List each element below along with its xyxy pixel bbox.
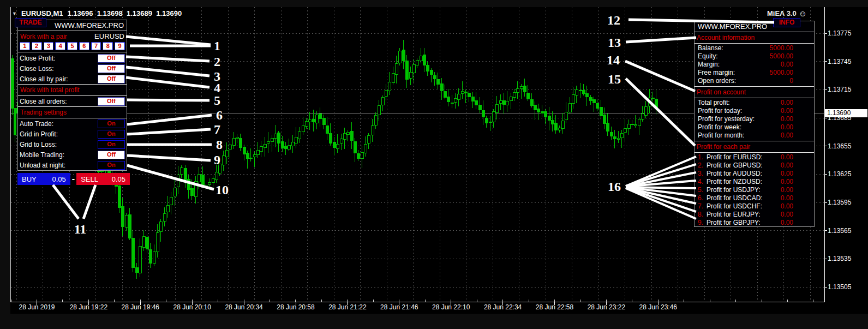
time-axis-label: 28 Jun 2019 — [10, 303, 64, 311]
callout-number-2: 2 — [214, 55, 220, 69]
setting-label: Grid to Loss: — [20, 141, 57, 148]
time-axis-label: 28 Jun 23:22 — [579, 303, 633, 311]
setting-row: Grid in Profit:On — [18, 129, 127, 139]
price-axis-label: 1.13715 — [828, 86, 851, 93]
toggle-button-on[interactable]: On — [98, 130, 125, 139]
info-value: 0.00 — [781, 202, 793, 210]
time-axis-label: 28 Jun 21:46 — [372, 303, 427, 311]
price-axis[interactable]: 1.137751.137451.137151.136851.136551.136… — [825, 7, 868, 302]
setting-label: Close Profit: — [20, 55, 55, 62]
pair-profit-row: 1.Profit for EURUSD:0.00 — [695, 153, 814, 161]
info-row: Equity:5000.00 — [695, 52, 814, 60]
setting-label: Close all by pair: — [20, 75, 68, 83]
info-value: 0.00 — [781, 61, 793, 68]
pair-button-6[interactable]: 6 — [79, 42, 89, 50]
info-value: 0.00 — [781, 178, 793, 186]
info-label: Profit for GBPJPY: — [707, 219, 781, 226]
price-axis-label: 1.13595 — [828, 199, 851, 206]
symbol-dropdown-arrow[interactable]: ▼ — [12, 11, 17, 16]
info-value: 0.00 — [781, 194, 793, 202]
pair-button-2[interactable]: 2 — [32, 42, 42, 50]
info-value: 0.00 — [781, 123, 793, 131]
pair-profit-row: 7.Profit for USDCHF:0.00 — [695, 202, 814, 210]
smiley-icon: ☺ — [799, 9, 807, 18]
setting-row: Unload at night:On — [18, 160, 127, 170]
pair-number: 7. — [698, 202, 707, 210]
pair-button-4[interactable]: 4 — [55, 42, 65, 50]
mt4-chart-window: ▼ EURUSD,M1 1.13696 1.13698 1.13689 1.13… — [0, 0, 868, 329]
pair-button-7[interactable]: 7 — [91, 42, 101, 50]
info-label: Profit for GBPUSD: — [707, 161, 781, 169]
pair-button-3[interactable]: 3 — [44, 42, 54, 50]
setting-row: Close Profit:Off — [18, 53, 127, 63]
info-label: Profit for EURUSD: — [707, 153, 781, 161]
info-value: 0.00 — [781, 219, 793, 226]
callout-number-8: 8 — [216, 137, 223, 152]
setting-label: Auto Trade: — [20, 120, 53, 128]
setting-row: Mobile Trading:Off — [18, 149, 127, 160]
info-row: Balanse:5000.00 — [695, 44, 814, 52]
time-axis-label: 28 Jun 21:22 — [320, 303, 375, 311]
setting-row: Close all by pair:Off — [18, 74, 127, 84]
sell-button[interactable]: SELL 0.05 — [76, 173, 130, 185]
toggle-button-off[interactable]: Off — [98, 97, 125, 106]
setting-label: Mobile Trading: — [20, 151, 64, 159]
setting-label: Close Loss: — [20, 65, 54, 73]
selected-pair-label: EURUSD — [94, 32, 124, 40]
info-value: 0.00 — [781, 115, 793, 123]
toggle-button-on[interactable]: On — [98, 140, 125, 149]
toggle-button-off[interactable]: Off — [98, 64, 125, 73]
current-price-box: 1.13690 — [825, 109, 867, 117]
callout-number-13: 13 — [608, 35, 621, 50]
pair-button-1[interactable]: 1 — [20, 42, 30, 50]
trade-panel: WWW.MFOREX.PRO Work with a pair EURUSD 1… — [17, 20, 127, 171]
info-value: 0.00 — [781, 107, 793, 115]
time-axis-label: 28 Jun 20:58 — [268, 303, 323, 311]
pair-button-row: 123456789 — [18, 41, 127, 51]
price-axis-label: 1.13625 — [828, 170, 851, 178]
ea-badge: MiEA 3.0 ☺ — [767, 9, 807, 18]
toggle-button-off[interactable]: Off — [98, 151, 125, 159]
separator-line — [18, 52, 127, 52]
pair-number: 4. — [698, 178, 707, 186]
quote-values: 1.13696 1.13698 1.13689 1.13690 — [68, 9, 182, 17]
callout-number-11: 11 — [74, 222, 87, 237]
toggle-button-off[interactable]: Off — [98, 75, 125, 83]
time-axis-label: 28 Jun 19:22 — [61, 303, 116, 311]
info-label: Profit for USDCAD: — [707, 194, 781, 202]
sell-label: SELL — [81, 175, 98, 183]
info-value: 0.00 — [781, 186, 793, 194]
buy-button[interactable]: BUY 0.05 — [17, 173, 70, 185]
buy-label: BUY — [22, 175, 37, 183]
info-label: Profit for NZDUSD: — [707, 178, 781, 186]
info-label: Profit for EURJPY: — [707, 211, 781, 218]
info-value: 5000.00 — [770, 44, 793, 52]
callout-number-9: 9 — [214, 153, 220, 168]
toggle-button-on[interactable]: On — [98, 119, 125, 128]
callout-number-7: 7 — [214, 122, 220, 137]
pair-button-5[interactable]: 5 — [67, 42, 77, 50]
toggle-button-off[interactable]: Off — [98, 54, 125, 63]
pair-selector-row: Work with a pair EURUSD — [18, 31, 127, 41]
pair-number: 9. — [698, 219, 707, 226]
time-axis[interactable]: 28 Jun 201928 Jun 19:2228 Jun 19:4628 Ju… — [10, 302, 824, 314]
section-header: Work with total profit — [18, 84, 127, 96]
pair-profit-row: 8.Profit for EURJPY:0.00 — [695, 210, 814, 218]
info-value: 0.00 — [781, 161, 793, 169]
info-sections: Account informationBalanse:5000.00Equity… — [695, 32, 814, 226]
pair-profit-row: 2.Profit for GBPUSD:0.00 — [695, 161, 814, 169]
trade-tab-button[interactable]: TRADE — [15, 18, 46, 27]
info-label: Profit for week: — [698, 123, 781, 131]
info-label: Profit for today: — [698, 107, 781, 115]
pair-button-8[interactable]: 8 — [103, 42, 113, 50]
info-label: Open orders: — [698, 77, 789, 85]
toggle-button-on[interactable]: On — [98, 161, 125, 170]
info-label: Balanse: — [698, 44, 770, 52]
symbol-period-label: EURUSD,M1 — [21, 9, 63, 17]
ea-name-label: MiEA 3.0 — [767, 9, 797, 17]
pair-button-9[interactable]: 9 — [115, 42, 125, 50]
info-value: 0 — [789, 77, 793, 85]
info-tab-button[interactable]: INFO — [773, 18, 800, 27]
pair-profit-row: 9.Profit for GBPJPY:0.00 — [695, 218, 814, 226]
info-value: 0.00 — [781, 131, 793, 139]
